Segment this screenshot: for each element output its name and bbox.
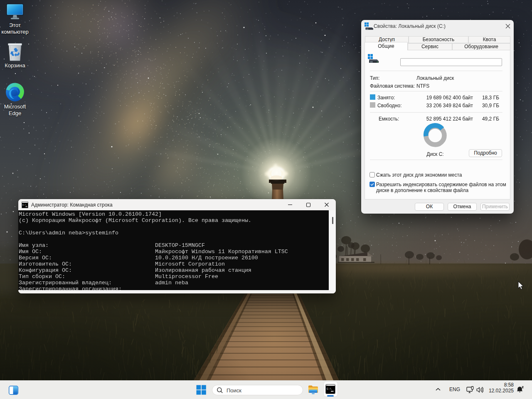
- svg-text:C:\: C:\: [22, 204, 27, 207]
- svg-text:C:\: C:\: [327, 388, 332, 391]
